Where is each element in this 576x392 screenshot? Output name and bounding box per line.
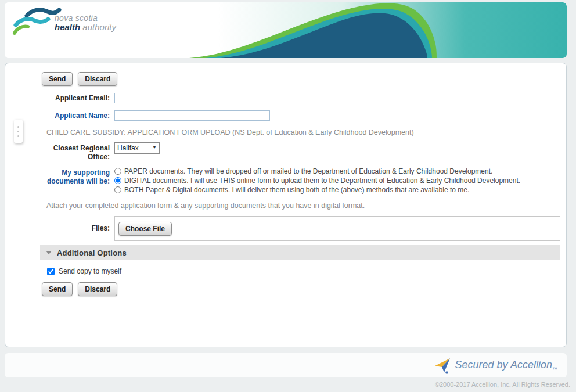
regional-office-select[interactable]: Halifax [114,142,160,154]
regional-office-label: Closest Regional Office: [5,142,110,161]
additional-options-header[interactable]: Additional Options [40,245,560,260]
applicant-name-label: Applicant Name: [5,110,110,120]
copyright-text: ©2000-2017 Accellion, Inc. All Rights Re… [435,381,570,388]
send-copy-row[interactable]: Send copy to myself [47,267,121,275]
logo-line1: nova scotia [55,14,116,23]
both-radio-label: BOTH Paper & Digital documents. I will d… [124,186,469,194]
supporting-docs-label: My supporting documents will be: [5,167,110,186]
logo-text: nova scotia health authority [55,14,116,31]
secured-by-badge: Secured by Accellion™ [434,357,557,374]
upload-form-panel: Send Discard Applicant Email: Applicant … [5,63,567,347]
trademark-mark: ™ [552,366,557,372]
secured-by-text: Secured by Accellion™ [455,359,557,372]
logo-line2-bold: health [55,22,80,32]
supporting-docs-row: My supporting documents will be: PAPER d… [5,167,560,195]
digital-radio[interactable] [114,177,121,184]
additional-options-title: Additional Options [57,249,127,257]
bottom-toolbar: Send Discard [42,282,117,296]
choose-file-button[interactable]: Choose File [118,222,172,236]
send-copy-label: Send copy to myself [59,267,121,275]
side-panel-handle[interactable] [14,120,23,143]
discard-button[interactable]: Discard [78,72,117,86]
logo-line2-rest: authority [80,22,116,32]
collapse-triangle-icon [46,251,52,254]
applicant-name-input[interactable] [114,110,270,121]
grip-dot-icon [17,126,19,128]
header-bar: nova scotia health authority [5,2,567,58]
files-dropzone[interactable]: Choose File [114,216,560,241]
footer-bar: Secured by Accellion™ [5,353,567,377]
grip-dot-icon [17,131,19,132]
applicant-email-label: Applicant Email: [5,92,110,103]
send-button-bottom[interactable]: Send [42,282,73,296]
applicant-email-input[interactable] [114,93,560,103]
discard-button-bottom[interactable]: Discard [78,282,117,296]
paper-radio-label: PAPER documents. They will be dropped of… [124,167,492,175]
applicant-email-row: Applicant Email: [5,92,560,103]
radio-option-paper[interactable]: PAPER documents. They will be dropped of… [114,167,560,176]
files-label: Files: [5,216,110,233]
grip-dot-icon [17,135,19,137]
form-title: CHILD CARE SUBSIDY: APPLICATION FORM UPL… [46,128,414,136]
send-copy-checkbox[interactable] [47,268,55,275]
files-row: Files: Choose File [5,216,560,241]
paper-radio[interactable] [114,168,121,175]
top-toolbar: Send Discard [42,72,117,86]
both-radio[interactable] [114,186,121,193]
regional-office-row: Closest Regional Office: Halifax ▼ [5,142,560,161]
attach-note: Attach your completed application form &… [46,202,365,210]
applicant-name-row: Applicant Name: [5,110,560,121]
radio-option-both[interactable]: BOTH Paper & Digital documents. I will d… [114,185,560,195]
digital-radio-label: DIGITAL documents. I will use THIS onlin… [124,177,520,185]
send-button[interactable]: Send [42,72,73,86]
nsha-logo: nova scotia health authority [10,6,161,41]
accellion-logo-icon [434,357,451,374]
radio-option-digital[interactable]: DIGITAL documents. I will use THIS onlin… [114,176,560,185]
